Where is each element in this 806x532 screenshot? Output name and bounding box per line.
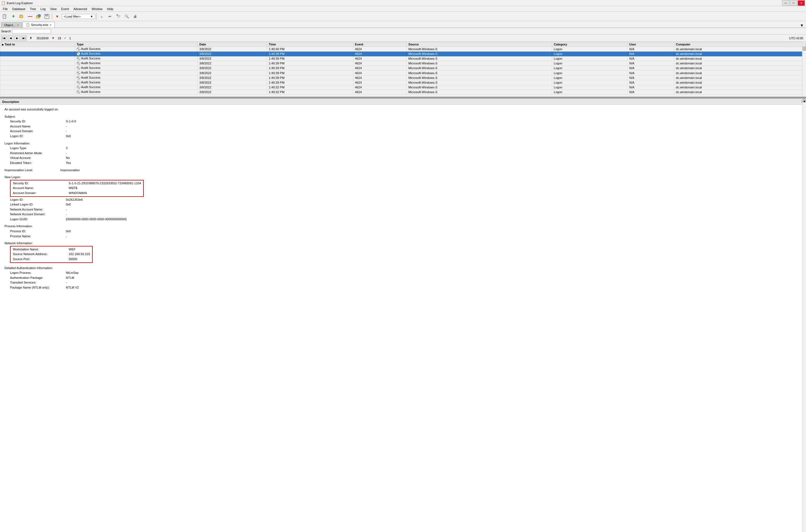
filter-button[interactable]: ▼ xyxy=(53,13,61,20)
cell-type: Audit Success xyxy=(75,66,198,71)
nav-last-button[interactable]: ▶| xyxy=(21,35,27,41)
cell-event: 4624 xyxy=(353,56,407,61)
menu-event[interactable]: Event xyxy=(59,7,71,11)
description-content: An account was successfully logged on. S… xyxy=(0,105,806,295)
svg-rect-8 xyxy=(45,14,48,16)
desc-scrollbar-up[interactable]: ▲ xyxy=(803,99,806,102)
col-user[interactable]: User xyxy=(627,42,674,47)
print-button[interactable]: 🖨 xyxy=(131,13,139,20)
cell-date: 3/8/2022 xyxy=(198,80,267,85)
cell-category: Logon xyxy=(552,90,627,94)
open-log-button[interactable]: ↑ xyxy=(35,13,42,20)
add-button[interactable]: + xyxy=(10,13,17,20)
desc-new-logon-account-domain-value: WINDOMAIN xyxy=(69,191,87,196)
desc-logon-process-value: NtLmSsp xyxy=(66,270,78,276)
menu-tree[interactable]: Tree xyxy=(28,7,38,11)
nav-prev-button[interactable]: ◀ xyxy=(8,35,13,41)
nav-first-button[interactable]: |◀ xyxy=(1,35,7,41)
cell-type: Audit Success xyxy=(75,80,198,85)
table-row[interactable]: Audit Success 3/8/2022 1:40:39 PM 4624 M… xyxy=(0,61,806,66)
maximize-button[interactable]: □ xyxy=(790,0,797,6)
cell-type: Audit Success xyxy=(75,52,198,56)
table-row[interactable]: Audit Success 3/8/2022 1:40:32 PM 4624 M… xyxy=(0,90,806,94)
desc-scrollbar[interactable]: ▲ ▼ xyxy=(802,99,806,532)
table-row[interactable]: Audit Success 3/8/2022 1:40:39 PM 4624 M… xyxy=(0,52,806,56)
col-computer[interactable]: Computer xyxy=(674,42,806,47)
desc-restricted-admin-label: Restricted Admin Mode: xyxy=(10,151,66,156)
nav-next-button[interactable]: ▶ xyxy=(15,35,20,41)
table-row[interactable]: Audit Success 3/8/2022 1:40:39 PM 4624 M… xyxy=(0,66,806,71)
desc-virtual-account-value: No xyxy=(66,156,70,160)
cell-source: Microsoft-Windows-S xyxy=(407,56,552,61)
cell-time: 1:40:32 PM xyxy=(267,85,353,90)
event-table-container[interactable]: ▶ Task te Type Date Time Event Source Ca… xyxy=(0,42,806,98)
desc-workstation-name-label: Workstation Name: xyxy=(13,247,69,252)
menu-window[interactable]: Window xyxy=(89,7,105,11)
menu-help[interactable]: Help xyxy=(105,7,115,11)
table-row[interactable]: Audit Success 3/8/2022 1:40:39 PM 4624 M… xyxy=(0,71,806,75)
tab-dropdown-button[interactable]: ▼ xyxy=(799,23,805,27)
desc-logon-process-label: Logon Process: xyxy=(10,270,66,276)
object-tab-close[interactable]: ✕ xyxy=(17,24,19,27)
cell-computer: dc.windomain.local xyxy=(674,80,806,85)
timezone: UTC+8:00 xyxy=(789,37,803,40)
title-bar-controls: — □ ✕ xyxy=(782,0,805,6)
security-tab[interactable]: 📋 Security.evtx ✕ xyxy=(23,22,55,27)
cell-date: 3/8/2022 xyxy=(198,75,267,80)
filter-count: 19 xyxy=(58,37,61,40)
desc-new-logon-logon-id-value: 0x261353e6 xyxy=(66,197,83,203)
col-task[interactable]: ▶ Task te xyxy=(0,42,75,47)
minimize-button[interactable]: — xyxy=(782,0,789,6)
cell-category: Logon xyxy=(552,80,627,85)
menu-file[interactable]: File xyxy=(1,7,10,11)
tree-expand[interactable]: ▶ xyxy=(2,43,5,46)
filter-red-button[interactable]: ⬦ xyxy=(98,13,106,20)
table-row[interactable]: Audit Success 3/8/2022 1:40:39 PM 4624 M… xyxy=(0,56,806,61)
desc-process-name-value: - xyxy=(66,234,67,239)
arrow-button[interactable]: ↩ xyxy=(106,13,114,20)
menu-advanced[interactable]: Advanced xyxy=(71,7,89,11)
desc-workstation-name-value: WEF xyxy=(69,247,75,252)
search-input[interactable] xyxy=(12,29,51,34)
table-row[interactable]: Audit Success 3/8/2022 1:40:39 PM 4624 M… xyxy=(0,75,806,80)
cell-source: Microsoft-Windows-S xyxy=(407,75,552,80)
svg-text:↑: ↑ xyxy=(38,15,40,17)
new-button[interactable] xyxy=(1,13,9,20)
save-button[interactable] xyxy=(43,13,51,20)
cell-type: Audit Success xyxy=(75,61,198,66)
filter-dropdown[interactable]: <Load filter> ▼ xyxy=(62,14,95,19)
cell-task xyxy=(0,47,75,52)
col-type[interactable]: Type xyxy=(75,42,198,47)
remove-button[interactable]: — xyxy=(26,13,34,20)
security-tab-close[interactable]: ✕ xyxy=(49,23,52,26)
table-row[interactable]: Audit Success 3/8/2022 1:40:40 PM 4624 M… xyxy=(0,47,806,52)
col-category[interactable]: Category xyxy=(552,42,627,47)
binoculars-button[interactable]: 🔭 xyxy=(114,13,122,20)
col-date[interactable]: Date xyxy=(198,42,267,47)
desc-auth-package-value: NTLM xyxy=(66,276,74,281)
menu-view[interactable]: View xyxy=(48,7,59,11)
desc-transited-services-label: Transited Services: xyxy=(10,280,66,285)
desc-account-name-row: Account Name: - xyxy=(10,124,802,129)
desc-logon-process-row: Logon Process: NtLmSsp xyxy=(10,270,802,276)
object-tab[interactable]: Object... ✕ xyxy=(1,22,22,27)
menu-log[interactable]: Log xyxy=(38,7,48,11)
cell-time: 1:40:39 PM xyxy=(267,80,353,85)
table-scrollbar[interactable] xyxy=(802,42,806,97)
search-button[interactable]: 🔍 xyxy=(123,13,131,20)
close-button[interactable]: ✕ xyxy=(798,0,805,6)
desc-new-logon-section: New Logon: Security ID: S-1-5-21-2910388… xyxy=(4,175,802,222)
desc-new-logon-network-account-domain-row: Network Account Domain: - xyxy=(10,212,802,217)
col-time[interactable]: Time xyxy=(267,42,353,47)
table-row[interactable]: Audit Success 3/8/2022 1:40:32 PM 4624 M… xyxy=(0,85,806,90)
col-source[interactable]: Source xyxy=(407,42,552,47)
desc-logon-type-row: Logon Type: 3 xyxy=(10,146,802,151)
col-event[interactable]: Event xyxy=(353,42,407,47)
desc-virtual-account-row: Virtual Account: No xyxy=(10,156,802,160)
table-row[interactable]: Audit Success 3/8/2022 1:40:39 PM 4624 M… xyxy=(0,80,806,85)
open-button[interactable] xyxy=(18,13,26,20)
cell-task xyxy=(0,85,75,90)
desc-new-logon-security-id-row: Security ID: S-1-5-21-2910388070-2332933… xyxy=(13,181,141,186)
menu-database[interactable]: Database xyxy=(10,7,28,11)
cell-user: N/A xyxy=(627,85,674,90)
